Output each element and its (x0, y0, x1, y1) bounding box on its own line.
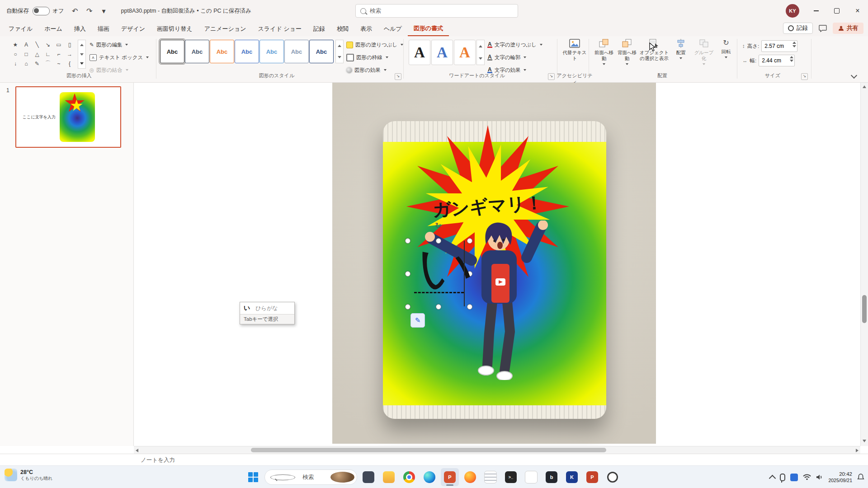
tray-chevron-up-icon[interactable] (769, 474, 776, 482)
shape-style-6[interactable]: Abc (284, 40, 309, 63)
shape-triangle-icon[interactable]: △ (32, 49, 42, 59)
height-field[interactable] (761, 40, 797, 52)
maximize-button[interactable] (826, 0, 847, 22)
shape-style-5[interactable]: Abc (259, 40, 284, 63)
tab-draw[interactable]: 描画 (92, 22, 115, 36)
selection-handle-w[interactable] (405, 271, 410, 277)
tray-microphone-icon[interactable] (780, 474, 785, 481)
textbox-composing-text[interactable]: い (418, 240, 474, 295)
shape-rectangle-icon[interactable]: ▭ (53, 40, 64, 49)
share-button[interactable]: 共有 (833, 23, 863, 34)
shape-style-7[interactable]: Abc (309, 40, 334, 63)
size-launcher[interactable]: ↘ (801, 73, 808, 80)
tab-shape-format[interactable]: 図形の書式 (408, 22, 449, 36)
weather-widget[interactable]: 28°Cくもりのち晴れ (5, 469, 52, 481)
collapse-ribbon-icon[interactable] (851, 72, 857, 79)
record-button[interactable]: 記録 (783, 23, 813, 34)
rotate-button[interactable]: ↻ 回転 (717, 39, 735, 74)
send-backward-button[interactable]: 背面へ移動 (616, 39, 638, 74)
taskbar-powerpoint-icon[interactable]: P (441, 468, 459, 486)
tab-file[interactable]: ファイル (3, 22, 38, 36)
taskbar-blue-app-icon[interactable]: K (563, 468, 581, 486)
taskbar-presentation-app-icon[interactable]: P (583, 468, 601, 486)
tab-animations[interactable]: アニメーション (198, 22, 252, 36)
tray-clock[interactable]: 20:422025/09/21 (828, 471, 852, 484)
taskbar-notepad-icon[interactable] (481, 468, 500, 486)
tab-help[interactable]: ヘルプ (378, 22, 408, 36)
taskbar-chrome-icon[interactable] (400, 468, 418, 486)
height-input[interactable] (762, 41, 791, 52)
vertical-scrollbar[interactable] (860, 83, 868, 446)
shape-line-icon[interactable]: ╲ (32, 40, 42, 49)
shape-freeform-icon[interactable]: ✎ (32, 59, 42, 68)
tab-record[interactable]: 記録 (307, 22, 331, 36)
shapes-gallery-scroll[interactable] (78, 40, 86, 69)
shape-down-arrow-icon[interactable]: ↓ (10, 59, 21, 68)
horizontal-scroll-thumb[interactable] (251, 448, 606, 452)
taskbar-file-explorer-icon[interactable] (380, 468, 398, 486)
wordart-style-3[interactable]: A (454, 40, 476, 65)
height-down-icon[interactable] (793, 45, 796, 47)
width-down-icon[interactable] (790, 60, 793, 62)
shape-explosion-icon[interactable]: ★ (10, 40, 21, 49)
scroll-up-icon[interactable] (863, 85, 866, 88)
taskbar-white-app-icon[interactable] (522, 468, 540, 486)
wordart-gallery-more[interactable] (476, 40, 485, 65)
text-outline-button[interactable]: A文字の輪郭 (487, 52, 526, 62)
shape-frame-icon[interactable]: ▯ (64, 40, 75, 49)
wordart-style-2[interactable]: A (431, 40, 453, 65)
tab-home[interactable]: ホーム (38, 22, 68, 36)
selection-handle-s[interactable] (436, 304, 441, 310)
wifi-icon[interactable] (803, 474, 811, 480)
shape-connector-icon[interactable]: ⌐ (53, 49, 64, 59)
wordart-launcher[interactable]: ↘ (548, 73, 555, 80)
tab-transitions[interactable]: 画面切り替え (151, 22, 198, 36)
taskbar-terminal-icon[interactable]: >_ (502, 468, 520, 486)
text-box-button[interactable]: Aテキスト ボックス (90, 52, 149, 62)
slide-canvas[interactable]: ガンギマリ！ (134, 83, 860, 446)
scroll-right-icon[interactable] (856, 449, 859, 452)
volume-icon[interactable] (816, 474, 823, 480)
shape-pentagon-icon[interactable]: ⌂ (21, 59, 32, 68)
notification-bell-icon[interactable] (857, 474, 864, 481)
shape-styles-launcher[interactable]: ↘ (395, 73, 401, 80)
taskbar-chatgpt-icon[interactable] (604, 468, 622, 486)
autosave-toggle[interactable] (33, 7, 50, 15)
taskbar-widgets-icon[interactable] (359, 468, 377, 486)
rotate-handle[interactable]: ↻ (435, 221, 441, 230)
tab-review[interactable]: 校閲 (331, 22, 354, 36)
scroll-down-icon[interactable] (863, 440, 866, 442)
ink-tool-button[interactable]: ✎ (410, 313, 425, 328)
shape-arrow-icon[interactable]: ↘ (42, 40, 53, 49)
shape-right-arrow-icon[interactable]: → (64, 49, 75, 59)
taskbar-search[interactable]: 検索 (264, 469, 357, 485)
avatar[interactable]: KY (786, 4, 799, 18)
taskbar-firefox-icon[interactable] (461, 468, 479, 486)
shape-outline-button[interactable]: 図形の枠線 (346, 52, 388, 62)
text-fill-button[interactable]: A文字の塗りつぶし (487, 40, 542, 50)
height-up-icon[interactable] (793, 42, 796, 44)
edit-shape-button[interactable]: ✎図形の編集 (90, 40, 128, 50)
redo-icon[interactable]: ↷ (83, 4, 96, 18)
slide-thumbnail[interactable]: ここに文字を入力 ★ ★ (15, 86, 121, 148)
tab-design[interactable]: デザイン (115, 22, 151, 36)
shape-fill-button[interactable]: 図形の塗りつぶし (346, 40, 403, 50)
close-button[interactable]: × (847, 0, 868, 22)
comments-button[interactable] (816, 23, 829, 34)
shape-style-1[interactable]: Abc (160, 40, 184, 63)
ime-candidate-row[interactable]: いひらがな (240, 302, 294, 314)
shape-styles-gallery-more[interactable] (335, 40, 344, 63)
selection-handle-nw[interactable] (405, 238, 410, 244)
selection-handle-sw[interactable] (405, 304, 410, 310)
undo-icon[interactable]: ↶ (68, 4, 82, 18)
shape-style-3[interactable]: Abc (210, 40, 234, 63)
horizontal-scrollbar[interactable] (134, 446, 860, 454)
selection-handle-se[interactable] (467, 304, 472, 310)
shape-style-4[interactable]: Abc (235, 40, 259, 63)
bring-forward-button[interactable]: 前面へ移動 (593, 39, 615, 74)
vertical-scroll-thumb[interactable] (862, 295, 867, 323)
shape-textbox-icon[interactable]: A (21, 40, 32, 49)
scroll-left-icon[interactable] (136, 449, 138, 452)
start-button[interactable] (244, 468, 262, 486)
shape-arc-icon[interactable]: ⌒ (42, 59, 53, 68)
